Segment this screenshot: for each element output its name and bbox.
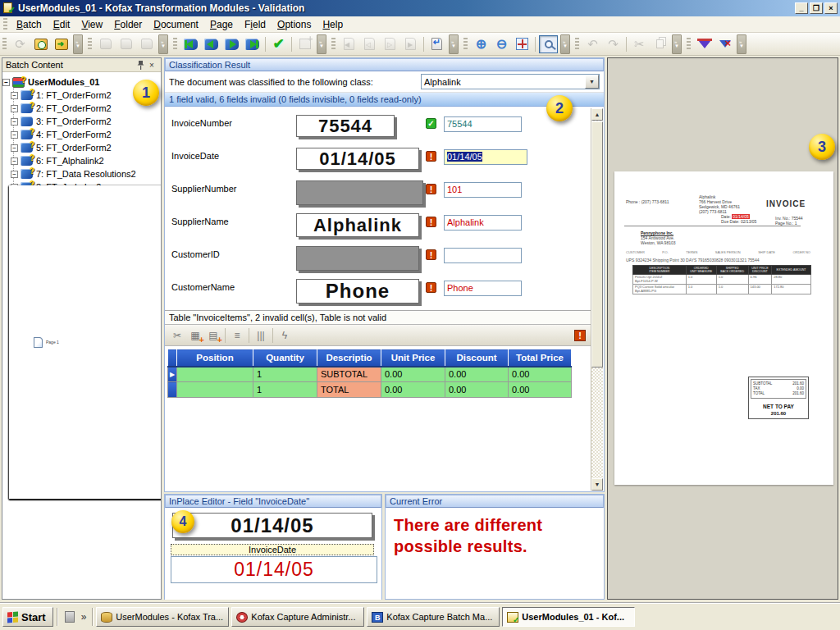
first-document-icon[interactable] — [181, 35, 200, 53]
folder-previous-icon[interactable] — [116, 35, 135, 53]
grid-col-descriptio[interactable]: Descriptio — [317, 349, 381, 367]
quick-launch-icon[interactable] — [62, 609, 77, 624]
last-document-icon[interactable] — [243, 35, 262, 53]
scroll-up-icon[interactable]: ▲ — [591, 108, 603, 121]
row-selector[interactable] — [168, 382, 177, 398]
grid-cell[interactable]: 0.00 — [445, 382, 509, 398]
grid-col-unit-price[interactable]: Unit Price — [381, 349, 445, 367]
grid-cell[interactable]: 0.00 — [509, 367, 572, 382]
close-button[interactable]: × — [824, 2, 838, 14]
route-batch-icon[interactable] — [52, 35, 71, 53]
table-auto-fill-icon[interactable]: ϟ — [276, 328, 293, 343]
document-viewer[interactable]: Phone : (207) 773-6811 Alphalink766 Harv… — [607, 57, 838, 600]
menu-edit[interactable]: Edit — [48, 17, 76, 32]
quick-launch-chevron-icon[interactable]: » — [81, 611, 87, 623]
previous-page-icon[interactable] — [360, 35, 379, 53]
menu-batch[interactable]: Batch — [11, 17, 48, 32]
grid-cell[interactable]: 1 — [253, 367, 317, 382]
grid-cell[interactable] — [177, 367, 253, 382]
row-selector[interactable]: ▶ — [168, 367, 177, 382]
tree-doc-6[interactable]: −6: FT_Alphalink2 — [2, 154, 161, 167]
expander-icon[interactable]: − — [11, 171, 18, 178]
grid-cell[interactable]: SUBTOTAL — [317, 367, 381, 382]
expander-icon[interactable]: − — [11, 158, 18, 165]
taskbar-button-3[interactable]: BKofax Capture Batch Ma... — [367, 607, 500, 627]
expander-icon[interactable]: − — [11, 118, 18, 126]
create-document-icon[interactable] — [295, 35, 314, 53]
field-input-customername[interactable]: Phone — [444, 281, 522, 296]
menu-options[interactable]: Options — [272, 17, 317, 32]
toolbar-overflow-icon[interactable]: »▼ — [73, 34, 83, 54]
menu-field[interactable]: Field — [239, 17, 272, 32]
close-panel-icon[interactable]: × — [146, 60, 158, 71]
previous-document-icon[interactable] — [202, 35, 221, 53]
menu-document[interactable]: Document — [148, 17, 204, 32]
table-cut-row-icon[interactable]: ✂ — [169, 328, 185, 343]
taskbar-button-2[interactable]: Kofax Capture Administr... — [231, 607, 364, 627]
scroll-down-icon[interactable]: ▼ — [591, 478, 603, 491]
redo-icon[interactable]: ↷ — [604, 35, 623, 53]
grid-cell[interactable]: TOTAL — [317, 382, 381, 398]
expander-icon[interactable]: − — [11, 105, 18, 112]
table-insert-line-icon[interactable]: ▤+ — [205, 328, 221, 343]
expander-icon[interactable]: − — [11, 92, 18, 99]
next-page-icon[interactable] — [381, 35, 399, 53]
toolbar-overflow-icon[interactable]: »▼ — [449, 34, 459, 54]
undo-icon[interactable]: ↶ — [583, 35, 602, 53]
tree-doc-3[interactable]: −3: FT_OrderForm2 — [2, 115, 161, 128]
validate-document-icon[interactable]: ✔ — [269, 35, 288, 53]
table-add-row-icon[interactable]: ▦+ — [187, 328, 203, 343]
taskbar-button-4[interactable]: UserModules_01 - Kof... — [502, 607, 635, 627]
tree-doc-5[interactable]: −5: FT_OrderForm2 — [2, 141, 161, 154]
tree-page-10-1[interactable]: Page 1 — [9, 185, 161, 499]
expander-icon[interactable]: − — [11, 144, 18, 152]
field-input-suppliernumber[interactable]: 101 — [444, 182, 522, 198]
grid-cell[interactable]: 1 — [253, 382, 317, 398]
maximize-button[interactable]: ❐ — [810, 2, 823, 14]
table-split-columns-icon[interactable]: ||| — [253, 328, 269, 343]
expander-icon[interactable]: − — [11, 131, 18, 139]
field-input-customerid[interactable] — [444, 248, 522, 263]
zoom-out-icon[interactable]: ⊖ — [492, 35, 511, 53]
field-input-suppliername[interactable]: Alphalink — [444, 215, 522, 231]
grid-cell[interactable]: 0.00 — [381, 382, 445, 398]
zoom-in-icon[interactable]: ⊕ — [472, 35, 491, 53]
minimize-button[interactable]: _ — [795, 2, 808, 14]
field-input-invoicedate[interactable]: 01/14/05 — [444, 149, 527, 165]
grid-cell[interactable]: 0.00 — [381, 367, 445, 382]
lasso-zoom-icon[interactable] — [539, 35, 558, 53]
folder-next-icon[interactable] — [137, 35, 156, 53]
field-input-invoicenumber[interactable]: 75544 — [444, 116, 522, 132]
goto-page-icon[interactable] — [427, 35, 446, 53]
copy-icon[interactable] — [651, 35, 669, 53]
last-page-icon[interactable] — [401, 35, 420, 53]
grid-col-discount[interactable]: Discount — [445, 349, 509, 367]
menu-page[interactable]: Page — [204, 17, 239, 32]
pin-icon[interactable] — [135, 60, 146, 71]
filter-icon[interactable] — [695, 35, 714, 53]
toolbar-overflow-icon[interactable]: »▼ — [317, 34, 326, 54]
suspend-batch-icon[interactable] — [31, 35, 50, 53]
folder-first-icon[interactable] — [96, 35, 115, 53]
menu-help[interactable]: Help — [317, 17, 349, 32]
toolbar-overflow-icon[interactable]: »▼ — [158, 34, 168, 54]
close-batch-icon[interactable]: ⟳ — [11, 35, 30, 53]
toolbar-overflow-icon[interactable]: »▼ — [560, 34, 570, 54]
grid-cell[interactable]: 0.00 — [509, 382, 572, 398]
scrollbar-thumb[interactable] — [591, 121, 603, 368]
table-merge-rows-icon[interactable]: ≡ — [229, 328, 245, 343]
grid-col-position[interactable]: Position — [177, 349, 253, 367]
menu-folder[interactable]: Folder — [108, 17, 148, 32]
grid-col-total-price[interactable]: Total Price — [509, 349, 572, 367]
tree-doc-2[interactable]: −2: FT_OrderForm2 — [2, 102, 161, 115]
fit-page-icon[interactable] — [513, 35, 532, 53]
start-button[interactable]: Start — [2, 607, 53, 627]
next-document-icon[interactable] — [222, 35, 241, 53]
menu-view[interactable]: View — [75, 17, 108, 32]
grid-cell[interactable]: 0.00 — [445, 367, 509, 382]
cut-icon[interactable]: ✂ — [630, 35, 649, 53]
inplace-editor-input[interactable]: 01/14/05 — [171, 556, 377, 583]
remove-filter-icon[interactable] — [715, 35, 734, 53]
expander-icon[interactable]: − — [2, 79, 10, 86]
tree-doc-7[interactable]: −7: FT_Data Resolutions2 — [2, 167, 161, 180]
